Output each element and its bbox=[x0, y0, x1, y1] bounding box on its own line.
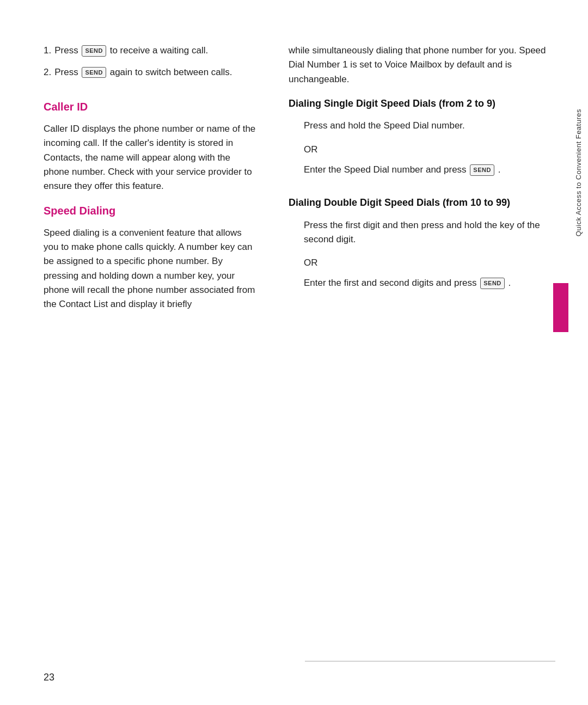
caller-id-body: Caller ID displays the phone number or n… bbox=[44, 122, 256, 194]
speed-dialing-heading: Speed Dialing bbox=[44, 205, 256, 217]
single-digit-step2-after: . bbox=[498, 164, 501, 175]
single-digit-step1: Press and hold the Speed Dial number. bbox=[304, 119, 555, 133]
li2-before: Press bbox=[54, 67, 78, 77]
send-badge-3: SEND bbox=[470, 164, 494, 176]
list-item-2-text: Press SEND again to switch between calls… bbox=[54, 65, 232, 79]
single-digit-step2-before: Enter the Speed Dial number and press bbox=[304, 164, 467, 175]
intro-continuation: while simultaneously dialing that phone … bbox=[289, 44, 555, 87]
double-digit-step2-block: Enter the first and second digits and pr… bbox=[289, 276, 555, 290]
li2-after: again to switch between calls. bbox=[110, 67, 232, 77]
sidebar-accent bbox=[553, 283, 568, 332]
send-badge-4: SEND bbox=[480, 278, 505, 289]
sidebar-text: Quick Access to Convenient Features bbox=[574, 109, 583, 236]
divider-line bbox=[305, 661, 555, 661]
double-digit-section: Dialing Double Digit Speed Dials (from 1… bbox=[289, 197, 555, 290]
single-digit-or-block: OR bbox=[289, 144, 555, 155]
single-digit-or: OR bbox=[304, 144, 555, 155]
double-digit-step2: Enter the first and second digits and pr… bbox=[304, 276, 555, 290]
caller-id-heading: Caller ID bbox=[44, 101, 256, 113]
double-digit-heading: Dialing Double Digit Speed Dials (from 1… bbox=[289, 197, 555, 209]
list-item-2-number: 2. bbox=[44, 65, 51, 79]
double-digit-step1: Press the first digit and then press and… bbox=[304, 218, 555, 247]
single-digit-heading: Dialing Single Digit Speed Dials (from 2… bbox=[289, 97, 555, 110]
single-digit-section: Dialing Single Digit Speed Dials (from 2… bbox=[289, 97, 555, 177]
columns-wrapper: 1. Press SEND to receive a waiting call.… bbox=[44, 44, 555, 672]
list-item-1-number: 1. bbox=[44, 44, 51, 58]
intro-list: 1. Press SEND to receive a waiting call.… bbox=[44, 44, 256, 79]
speed-dialing-body: Speed dialing is a convenient feature th… bbox=[44, 226, 256, 312]
double-digit-step1-block: Press the first digit and then press and… bbox=[289, 218, 555, 247]
single-digit-step2-block: Enter the Speed Dial number and press SE… bbox=[289, 163, 555, 177]
list-item-1: 1. Press SEND to receive a waiting call. bbox=[44, 44, 256, 58]
send-badge-2: SEND bbox=[82, 67, 106, 78]
list-item-2: 2. Press SEND again to switch between ca… bbox=[44, 65, 256, 79]
li1-after: to receive a waiting call. bbox=[110, 45, 208, 56]
double-digit-or-block: OR bbox=[289, 258, 555, 268]
li1-before: Press bbox=[54, 45, 78, 56]
right-column: while simultaneously dialing that phone … bbox=[278, 44, 555, 672]
list-item-1-text: Press SEND to receive a waiting call. bbox=[54, 44, 208, 58]
double-digit-step2-after: . bbox=[509, 278, 511, 288]
send-badge-1: SEND bbox=[82, 45, 106, 57]
page-number: 23 bbox=[44, 672, 54, 683]
left-column: 1. Press SEND to receive a waiting call.… bbox=[44, 44, 278, 672]
single-digit-step2: Enter the Speed Dial number and press SE… bbox=[304, 163, 555, 177]
single-digit-step1-block: Press and hold the Speed Dial number. bbox=[289, 119, 555, 133]
sidebar-label-container: Quick Access to Convenient Features bbox=[568, 0, 588, 705]
page-container: 1. Press SEND to receive a waiting call.… bbox=[0, 0, 588, 705]
double-digit-step2-before: Enter the first and second digits and pr… bbox=[304, 278, 477, 288]
double-digit-or: OR bbox=[304, 258, 555, 268]
